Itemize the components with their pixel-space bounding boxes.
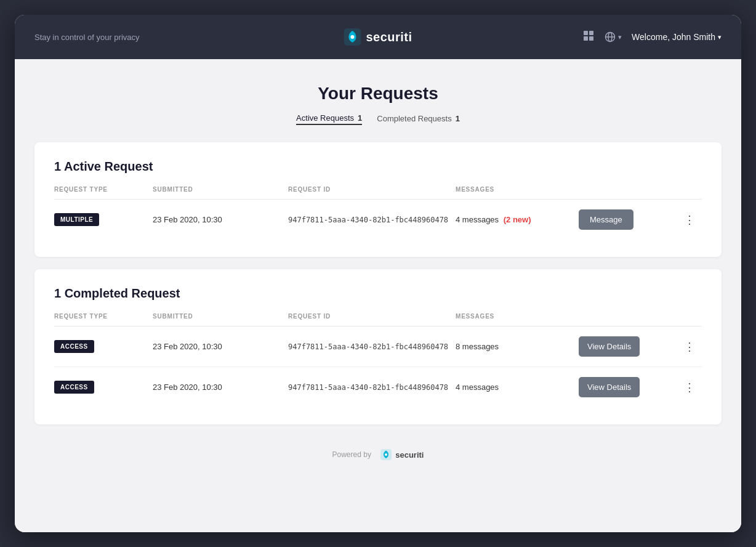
svg-rect-3 xyxy=(589,31,593,35)
more-options-button-completed-2[interactable]: ⋮ xyxy=(677,379,702,395)
user-label: Welcome, John Smith xyxy=(632,32,715,42)
securiti-logo-text: securiti xyxy=(366,30,412,44)
table-row: ACCESS 23 Feb 2020, 10:30 947f7811-5aaa-… xyxy=(54,367,702,407)
badge-access-2: ACCESS xyxy=(54,381,94,394)
action-cell-completed-2: View Details xyxy=(579,377,677,397)
user-menu[interactable]: Welcome, John Smith ▾ xyxy=(632,32,722,42)
svg-point-10 xyxy=(385,453,387,456)
footer-securiti-icon xyxy=(380,449,392,460)
messages-active: 4 messages (2 new) xyxy=(456,215,579,224)
col-more-2 xyxy=(677,313,702,320)
action-cell-active: Message xyxy=(579,209,677,230)
col-action-1 xyxy=(579,186,677,193)
tabs-nav: Active Requests 1 Completed Requests 1 xyxy=(34,113,722,125)
tab-completed-label: Completed Requests xyxy=(377,114,451,123)
svg-rect-5 xyxy=(589,36,593,41)
badge-multiple: MULTIPLE xyxy=(54,213,99,226)
more-options-button-completed-1[interactable]: ⋮ xyxy=(677,339,702,355)
col-more-1 xyxy=(677,186,702,193)
main-content: Your Requests Active Requests 1 Complete… xyxy=(15,59,741,532)
tab-active-label: Active Requests xyxy=(296,113,354,123)
messages-completed-1: 8 messages xyxy=(456,342,579,351)
active-requests-heading: 1 Active Request xyxy=(54,160,702,174)
header: Stay in control of your privacy securiti xyxy=(15,15,741,59)
messages-completed-2: 4 messages xyxy=(456,383,579,392)
view-details-button-1[interactable]: View Details xyxy=(579,336,640,357)
table-row: ACCESS 23 Feb 2020, 10:30 947f7811-5aaa-… xyxy=(54,326,702,367)
table-row: MULTIPLE 23 Feb 2020, 10:30 947f7811-5aa… xyxy=(54,200,702,240)
col-action-2 xyxy=(579,313,677,320)
request-id-active: 947f7811-5aaa-4340-82b1-fbc448960478 xyxy=(288,216,456,224)
header-logo: securiti xyxy=(344,28,412,46)
active-requests-card: 1 Active Request REQUEST TYPE SUBMITTED … xyxy=(34,142,722,257)
col-request-id-2: REQUEST ID xyxy=(288,313,456,320)
request-id-completed-1: 947f7811-5aaa-4340-82b1-fbc448960478 xyxy=(288,342,456,351)
messages-new-badge: (2 new) xyxy=(504,215,531,224)
col-messages-2: MESSAGES xyxy=(456,313,579,320)
active-table-header: REQUEST TYPE SUBMITTED REQUEST ID MESSAG… xyxy=(54,186,702,200)
globe-chevron: ▾ xyxy=(618,33,622,41)
col-submitted-1: SUBMITTED xyxy=(153,186,288,193)
header-tagline: Stay in control of your privacy xyxy=(34,33,582,42)
col-request-type-1: REQUEST TYPE xyxy=(54,186,153,193)
user-chevron: ▾ xyxy=(718,33,722,41)
svg-point-1 xyxy=(350,35,354,39)
powered-by-text: Powered by xyxy=(332,450,371,459)
col-submitted-2: SUBMITTED xyxy=(153,313,288,320)
svg-rect-2 xyxy=(584,31,588,35)
footer: Powered by securiti xyxy=(34,437,722,475)
footer-logo-text: securiti xyxy=(395,450,424,460)
submitted-date-completed-1: 23 Feb 2020, 10:30 xyxy=(153,342,288,351)
footer-logo-area: Powered by securiti xyxy=(332,449,424,460)
badge-cell-access-2: ACCESS xyxy=(54,381,153,394)
completed-requests-heading: 1 Completed Request xyxy=(54,286,702,301)
more-options-button-active[interactable]: ⋮ xyxy=(677,212,702,228)
col-request-type-2: REQUEST TYPE xyxy=(54,313,153,320)
submitted-date-completed-2: 23 Feb 2020, 10:30 xyxy=(153,383,288,392)
action-cell-completed-1: View Details xyxy=(579,336,677,357)
col-request-id-1: REQUEST ID xyxy=(288,186,456,193)
message-button[interactable]: Message xyxy=(579,209,633,230)
tab-completed-requests[interactable]: Completed Requests 1 xyxy=(377,114,460,124)
view-details-button-2[interactable]: View Details xyxy=(579,377,640,397)
header-right: ▾ Welcome, John Smith ▾ xyxy=(582,30,722,45)
badge-cell-multiple: MULTIPLE xyxy=(54,213,153,226)
language-selector[interactable]: ▾ xyxy=(605,31,622,43)
tab-active-requests[interactable]: Active Requests 1 xyxy=(296,113,362,125)
completed-requests-card: 1 Completed Request REQUEST TYPE SUBMITT… xyxy=(34,269,722,424)
completed-table-header: REQUEST TYPE SUBMITTED REQUEST ID MESSAG… xyxy=(54,313,702,326)
request-id-completed-2: 947f7811-5aaa-4340-82b1-fbc448960478 xyxy=(288,383,456,392)
badge-cell-access-1: ACCESS xyxy=(54,340,153,353)
page-title: Your Requests xyxy=(34,84,722,103)
messages-count-active: 4 messages xyxy=(456,215,499,224)
tab-active-count: 1 xyxy=(358,113,362,123)
col-messages-1: MESSAGES xyxy=(456,186,579,193)
submitted-date-active: 23 Feb 2020, 10:30 xyxy=(153,215,288,224)
grid-icon[interactable] xyxy=(582,30,595,45)
svg-rect-4 xyxy=(584,36,588,41)
tab-completed-count: 1 xyxy=(456,114,460,123)
badge-access-1: ACCESS xyxy=(54,340,94,353)
securiti-logo-icon xyxy=(344,28,361,46)
